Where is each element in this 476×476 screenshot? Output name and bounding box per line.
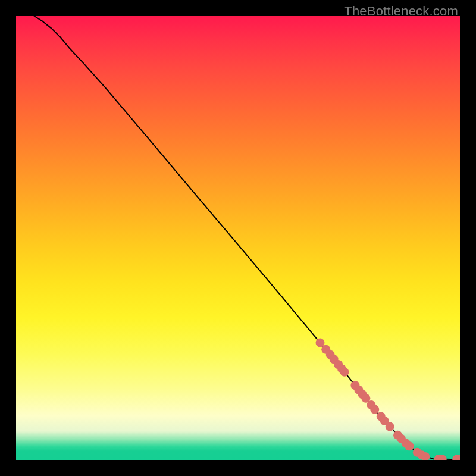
chart-overlay <box>16 16 460 460</box>
data-dot <box>370 405 379 414</box>
data-dot <box>340 368 349 377</box>
curve-line <box>35 16 460 459</box>
watermark-text: TheBottleneck.com <box>344 4 458 19</box>
chart-stage: TheBottleneck.com <box>0 0 476 476</box>
data-dot <box>405 441 414 450</box>
plot-area <box>16 16 460 460</box>
data-dot <box>386 422 394 431</box>
